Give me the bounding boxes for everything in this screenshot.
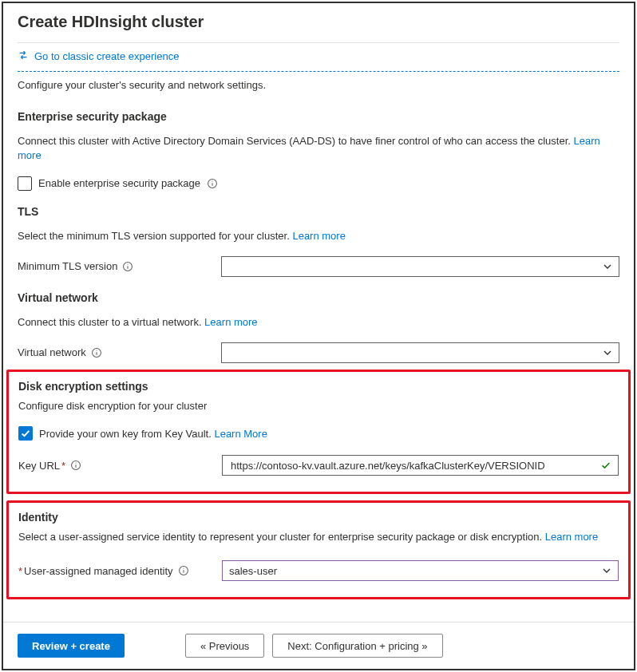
svg-point-2 <box>212 180 213 181</box>
tls-desc: Select the minimum TLS version supported… <box>18 223 619 247</box>
chevron-down-icon <box>603 262 612 271</box>
next-button[interactable]: Next: Configuration + pricing » <box>272 634 442 658</box>
svg-point-11 <box>76 463 77 464</box>
vnet-desc: Connect this cluster to a virtual networ… <box>18 309 619 333</box>
provide-own-key-checkbox[interactable] <box>18 426 33 441</box>
svg-point-5 <box>128 263 129 264</box>
classic-create-link-text: Go to classic create experience <box>34 50 179 62</box>
info-icon[interactable] <box>91 347 102 358</box>
vnet-dropdown[interactable] <box>221 342 619 363</box>
key-url-input-wrapper <box>222 455 619 476</box>
key-url-input[interactable] <box>229 459 595 472</box>
identity-section-title: Identity <box>18 511 619 524</box>
disk-section-title: Disk encryption settings <box>18 380 619 393</box>
identity-learn-more-link[interactable]: Learn more <box>545 531 598 543</box>
disk-learn-more-link[interactable]: Learn More <box>214 428 267 440</box>
previous-button[interactable]: « Previous <box>185 634 264 658</box>
identity-highlight: Identity Select a user-assigned service … <box>6 500 631 599</box>
wizard-footer: Review + create « Previous Next: Configu… <box>3 622 634 669</box>
vnet-label: Virtual network <box>18 346 86 358</box>
chevron-down-icon <box>603 348 612 358</box>
chevron-down-icon <box>602 566 611 575</box>
info-icon[interactable] <box>207 178 218 189</box>
tls-version-dropdown[interactable] <box>221 256 619 277</box>
esp-section-title: Enterprise security package <box>18 110 619 123</box>
disk-encryption-highlight: Disk encryption settings Configure disk … <box>6 370 631 494</box>
tls-version-label: Minimum TLS version <box>18 260 117 272</box>
intro-text: Configure your cluster's security and ne… <box>18 72 619 96</box>
tls-section-title: TLS <box>18 205 619 218</box>
svg-point-14 <box>183 568 184 569</box>
svg-point-8 <box>96 350 97 351</box>
validated-check-icon <box>600 460 611 471</box>
classic-create-link[interactable]: Go to classic create experience <box>18 42 619 72</box>
info-icon[interactable] <box>178 565 189 576</box>
identity-label: *User-assigned managed identity <box>18 565 173 577</box>
vnet-learn-more-link[interactable]: Learn more <box>204 316 257 328</box>
key-url-label: Key URL* <box>18 460 65 472</box>
identity-dropdown[interactable]: sales-user <box>222 560 619 581</box>
page-title: Create HDInsight cluster <box>18 13 619 31</box>
review-create-button[interactable]: Review + create <box>18 634 125 658</box>
esp-enable-checkbox[interactable] <box>18 176 32 191</box>
swap-icon <box>18 49 29 63</box>
vnet-section-title: Virtual network <box>18 291 619 304</box>
provide-own-key-label: Provide your own key from Key Vault. Lea… <box>39 428 267 440</box>
disk-desc: Configure disk encryption for your clust… <box>18 397 619 417</box>
info-icon[interactable] <box>122 261 133 272</box>
esp-checkbox-label: Enable enterprise security package <box>38 177 200 189</box>
tls-learn-more-link[interactable]: Learn more <box>292 230 345 242</box>
esp-desc: Connect this cluster with Active Directo… <box>18 128 619 166</box>
identity-desc: Select a user-assigned service identity … <box>18 528 619 547</box>
info-icon[interactable] <box>70 460 81 471</box>
